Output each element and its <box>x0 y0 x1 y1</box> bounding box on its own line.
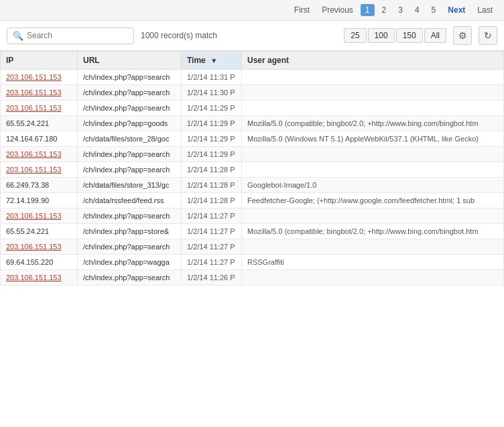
cell-url: /ch/index.php?app=goods <box>78 116 182 131</box>
cell-time: 1/2/14 11:27 P <box>182 239 242 255</box>
table-row: 65.55.24.221/ch/index.php?app=store&1/2/… <box>1 224 504 239</box>
pagination-prev[interactable]: Previous <box>317 4 358 16</box>
cell-ua <box>242 147 504 162</box>
cell-time: 1/2/14 11:26 P <box>182 270 242 286</box>
refresh-button[interactable]: ↻ <box>479 26 497 45</box>
cell-time: 1/2/14 11:30 P <box>182 85 242 101</box>
search-input[interactable] <box>27 31 121 40</box>
cell-time: 1/2/14 11:28 P <box>182 193 242 208</box>
table-header-row: IP URL Time ▼ User agent <box>1 52 504 70</box>
cell-url: /ch/index.php?app=wagga <box>78 255 182 270</box>
cell-ip[interactable]: 203.106.151.153 <box>1 70 78 85</box>
per-page-150[interactable]: 150 <box>396 28 423 43</box>
table-row: 203.106.151.153/ch/index.php?app=search1… <box>1 147 504 162</box>
cell-time: 1/2/14 11:29 P <box>182 131 242 147</box>
cell-url: /ch/index.php?app=search <box>78 270 182 286</box>
per-page-buttons: 25 100 150 All <box>344 28 446 43</box>
cell-ip[interactable]: 203.106.151.153 <box>1 239 78 255</box>
cell-ip[interactable]: 203.106.151.153 <box>1 101 78 116</box>
cell-ip[interactable]: 203.106.151.153 <box>1 147 78 162</box>
col-header-url[interactable]: URL <box>78 52 182 70</box>
table-row: 203.106.151.153/ch/index.php?app=search1… <box>1 270 504 286</box>
cell-ua <box>242 70 504 85</box>
settings-button[interactable]: ⚙ <box>453 26 472 45</box>
table-row: 72.14.199.90/ch/data/rssfeed/feed.rss1/2… <box>1 193 504 208</box>
cell-ip[interactable]: 203.106.151.153 <box>1 270 78 286</box>
cell-url: /ch/data/rssfeed/feed.rss <box>78 193 182 208</box>
pagination-first[interactable]: First <box>290 4 314 16</box>
cell-ip: 66.249.73.38 <box>1 178 78 193</box>
cell-ua: Googlebot-Image/1.0 <box>242 178 504 193</box>
col-header-ua[interactable]: User agent <box>242 52 504 70</box>
table-row: 203.106.151.153/ch/index.php?app=search1… <box>1 162 504 178</box>
cell-ip: 124.164.67.180 <box>1 131 78 147</box>
pagination-page-3[interactable]: 3 <box>393 4 407 16</box>
table-row: 124.164.67.180/ch/data/files/store_28/go… <box>1 131 504 147</box>
col-header-time[interactable]: Time ▼ <box>182 52 242 70</box>
sort-arrow-icon: ▼ <box>210 57 217 64</box>
pagination-last[interactable]: Last <box>472 4 497 16</box>
table-row: 203.106.151.153/ch/index.php?app=search1… <box>1 85 504 101</box>
pagination-page-4[interactable]: 4 <box>410 4 424 16</box>
per-page-25[interactable]: 25 <box>344 28 366 43</box>
pagination-bar: First Previous 1 2 3 4 5 Next Last <box>0 0 504 21</box>
cell-url: /ch/index.php?app=store& <box>78 224 182 239</box>
table-row: 203.106.151.153/ch/index.php?app=search1… <box>1 208 504 224</box>
col-header-ip[interactable]: IP <box>1 52 78 70</box>
cell-time: 1/2/14 11:27 P <box>182 224 242 239</box>
cell-url: /ch/data/files/store_313/gc <box>78 178 182 193</box>
search-icon: 🔍 <box>13 31 23 41</box>
cell-time: 1/2/14 11:29 P <box>182 147 242 162</box>
cell-url: /ch/index.php?app=search <box>78 70 182 85</box>
cell-ua: Feedfetcher-Google; (+http://www.google.… <box>242 193 504 208</box>
cell-ua <box>242 239 504 255</box>
pagination-page-5[interactable]: 5 <box>427 4 441 16</box>
cell-url: /ch/index.php?app=search <box>78 162 182 178</box>
cell-url: /ch/data/files/store_28/goc <box>78 131 182 147</box>
cell-time: 1/2/14 11:29 P <box>182 101 242 116</box>
table-row: 65.55.24.221/ch/index.php?app=goods1/2/1… <box>1 116 504 131</box>
cell-time: 1/2/14 11:31 P <box>182 70 242 85</box>
cell-time: 1/2/14 11:27 P <box>182 208 242 224</box>
cell-ua <box>242 270 504 286</box>
cell-url: /ch/index.php?app=search <box>78 208 182 224</box>
cell-ip: 72.14.199.90 <box>1 193 78 208</box>
cell-ua <box>242 162 504 178</box>
data-table: IP URL Time ▼ User agent 203.106.151.153… <box>0 51 504 286</box>
cell-ua: Mozilla/5.0 (compatible; bingbot/2.0; +h… <box>242 116 504 131</box>
cell-ua <box>242 208 504 224</box>
cell-ua: Mozilla/5.0 (compatible; bingbot/2.0; +h… <box>242 224 504 239</box>
cell-ua <box>242 101 504 116</box>
table-row: 203.106.151.153/ch/index.php?app=search1… <box>1 239 504 255</box>
cell-url: /ch/index.php?app=search <box>78 101 182 116</box>
cell-ip: 65.55.24.221 <box>1 224 78 239</box>
cell-ip[interactable]: 203.106.151.153 <box>1 208 78 224</box>
table-row: 66.249.73.38/ch/data/files/store_313/gc1… <box>1 178 504 193</box>
pagination-next[interactable]: Next <box>443 4 470 16</box>
cell-ip: 69.64.155.220 <box>1 255 78 270</box>
cell-time: 1/2/14 11:28 P <box>182 178 242 193</box>
cell-ip[interactable]: 203.106.151.153 <box>1 85 78 101</box>
cell-url: /ch/index.php?app=search <box>78 239 182 255</box>
table-row: 69.64.155.220/ch/index.php?app=wagga1/2/… <box>1 255 504 270</box>
cell-url: /ch/index.php?app=search <box>78 147 182 162</box>
cell-url: /ch/index.php?app=search <box>78 85 182 101</box>
cell-ip: 65.55.24.221 <box>1 116 78 131</box>
cell-ua <box>242 85 504 101</box>
cell-time: 1/2/14 11:29 P <box>182 116 242 131</box>
cell-time: 1/2/14 11:28 P <box>182 162 242 178</box>
per-page-100[interactable]: 100 <box>368 28 395 43</box>
cell-ua: Mozilla/5.0 (Windows NT 5.1) AppleWebKit… <box>242 131 504 147</box>
pagination-page-2[interactable]: 2 <box>377 4 391 16</box>
cell-ua: RSSGraffiti <box>242 255 504 270</box>
pagination-page-1[interactable]: 1 <box>361 4 375 16</box>
search-box: 🔍 <box>7 27 134 44</box>
cell-ip[interactable]: 203.106.151.153 <box>1 162 78 178</box>
per-page-all[interactable]: All <box>424 28 446 43</box>
cell-time: 1/2/14 11:27 P <box>182 255 242 270</box>
toolbar: 🔍 1000 record(s) match 25 100 150 All ⚙ … <box>0 21 504 51</box>
table-row: 203.106.151.153/ch/index.php?app=search1… <box>1 101 504 116</box>
records-match-label: 1000 record(s) match <box>141 31 337 40</box>
table-row: 203.106.151.153/ch/index.php?app=search1… <box>1 70 504 85</box>
